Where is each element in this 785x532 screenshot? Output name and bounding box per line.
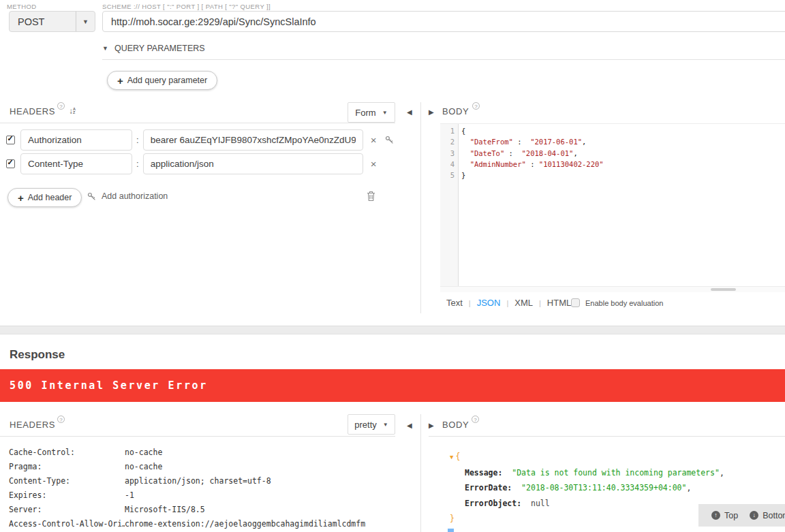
response-header-row: Content-Type:application/json; charset=u…: [9, 473, 395, 488]
close-icon[interactable]: ×: [371, 135, 377, 145]
response-panel-divider: [420, 414, 421, 532]
header-name-input[interactable]: [20, 129, 132, 151]
arrow-down-circle-icon: ↓: [750, 511, 758, 520]
scroll-button-label: Bottom: [763, 511, 785, 520]
request-headers-title: HEADERS: [10, 106, 55, 116]
help-icon[interactable]: ?: [472, 102, 480, 110]
separator: |: [539, 299, 541, 307]
chevron-down-icon: ▼: [382, 110, 388, 116]
response-body-json: ▼{Message: "Data is not found with incom…: [450, 449, 724, 527]
add-authorization-link[interactable]: Add authorization: [87, 191, 168, 201]
status-banner: 500 Internal Server Error: [0, 369, 785, 402]
section-separator: [0, 326, 785, 334]
code-line: "AdminNumber" : "101130402-220": [461, 159, 785, 170]
header-value-input[interactable]: [143, 129, 363, 151]
method-value: POST: [10, 16, 76, 27]
response-header-name: Cache-Control:: [9, 448, 125, 457]
code-line: {: [461, 125, 785, 136]
collapse-toggle-icon[interactable]: ▼: [450, 454, 453, 460]
response-header-row: Pragma:no-cache: [9, 459, 395, 473]
chevron-down-icon: ▼: [82, 18, 89, 25]
collapse-left-panel-icon[interactable]: ◀: [407, 422, 412, 429]
scrollbar-handle[interactable]: [711, 288, 736, 291]
code-line: "DateFrom" : "2017-06-01",: [461, 136, 785, 147]
url-input[interactable]: [102, 11, 785, 32]
add-query-parameter-button[interactable]: + Add query parameter: [107, 71, 217, 90]
content-type-text[interactable]: Text: [446, 298, 463, 308]
json-line: ErrorObject: null: [450, 496, 724, 512]
chevron-down-icon: ▼: [383, 422, 388, 428]
help-icon[interactable]: ?: [57, 416, 65, 423]
header-enabled-checkbox[interactable]: [6, 136, 15, 144]
add-authorization-label: Add authorization: [102, 191, 168, 201]
key-icon[interactable]: [385, 136, 394, 144]
line-number: 5: [440, 170, 455, 181]
header-name-input[interactable]: [20, 153, 132, 174]
line-number: 3: [440, 148, 455, 159]
cut-off-element: [448, 529, 454, 532]
header-colon: :: [136, 135, 139, 145]
caret-down-icon: ▼: [102, 45, 108, 52]
line-number: 4: [440, 159, 455, 170]
line-number: 1: [440, 125, 455, 136]
expand-right-panel-icon[interactable]: ▶: [429, 422, 434, 429]
enable-body-evaluation-label: Enable body evaluation: [585, 299, 663, 307]
response-header-row: Expires:-1: [9, 488, 395, 502]
response-header-value: -1: [125, 490, 134, 500]
response-header-value: application/json; charset=utf-8: [125, 476, 271, 486]
enable-body-evaluation-checkbox[interactable]: [571, 298, 580, 307]
rest-client-screen: METHOD SCHEME :// HOST [ ":" PORT ] [ PA…: [0, 0, 785, 532]
content-type-xml[interactable]: XML: [514, 298, 533, 308]
add-header-button[interactable]: + Add header: [7, 188, 82, 207]
editor-horizontal-scrollbar[interactable]: [440, 286, 785, 292]
arrow-up-circle-icon: ↑: [711, 511, 720, 520]
url-scheme-label: SCHEME :// HOST [ ":" PORT ] [ PATH [ "?…: [102, 3, 271, 10]
plus-icon: +: [117, 76, 123, 86]
response-headers-view-dropdown[interactable]: pretty ▼: [348, 414, 395, 435]
separator: |: [506, 299, 508, 307]
collapse-left-panel-icon[interactable]: ◀: [407, 108, 412, 116]
code-line: }: [461, 170, 785, 181]
help-icon[interactable]: ?: [472, 416, 479, 423]
response-header-value: chrome-extension://aejoelaoggembcahagimd…: [125, 519, 365, 529]
response-body-title: BODY: [442, 420, 469, 430]
query-divider: [102, 59, 785, 60]
method-caret-box[interactable]: ▼: [76, 12, 95, 31]
editor-code[interactable]: { "DateFrom" : "2017-06-01", "DateTo" : …: [459, 124, 785, 287]
json-line: ErrorDate: "2018-08-30T13:11:40.3334359+…: [450, 480, 724, 496]
response-headers-title: HEADERS: [10, 420, 55, 430]
line-number: 2: [440, 136, 455, 147]
content-type-json[interactable]: JSON: [477, 298, 501, 308]
response-header-value: Microsoft-IIS/8.5: [125, 505, 205, 514]
sort-icon[interactable]: ↓ AZ: [69, 106, 76, 116]
query-parameters-title: QUERY PARAMETERS: [114, 44, 205, 53]
trash-icon[interactable]: [367, 191, 375, 204]
response-header-row: Access-Control-Allow-Ori…chrome-extensio…: [9, 516, 395, 531]
close-icon[interactable]: ×: [371, 159, 377, 169]
scroll-bottom-button[interactable]: ↓Bottom: [750, 511, 785, 520]
json-line: Message: "Data is not found with incomin…: [450, 465, 724, 481]
az-glyph: AZ: [73, 108, 76, 114]
status-banner-text: 500 Internal Server Error: [10, 379, 208, 392]
response-headers-divider: [0, 436, 395, 437]
scroll-button-label: Top: [724, 511, 738, 520]
response-header-value: no-cache: [125, 462, 162, 471]
header-enabled-checkbox[interactable]: [6, 159, 15, 168]
header-value-input[interactable]: [143, 153, 363, 174]
response-header-list: Cache-Control:no-cachePragma:no-cacheCon…: [9, 445, 395, 531]
response-header-row: Server:Microsoft-IIS/8.5: [9, 502, 395, 516]
response-header-name: Content-Type:: [9, 476, 125, 486]
code-line: "DateTo" : "2018-04-01",: [461, 148, 785, 159]
scroll-top-button[interactable]: ↑Top: [711, 511, 738, 520]
help-icon[interactable]: ?: [57, 102, 65, 110]
expand-right-panel-icon[interactable]: ▶: [429, 108, 434, 116]
headers-view-dropdown[interactable]: Form ▼: [348, 102, 395, 123]
content-type-html[interactable]: HTML: [547, 298, 571, 308]
query-parameters-toggle[interactable]: ▼ QUERY PARAMETERS: [102, 44, 205, 53]
request-body-title: BODY: [442, 106, 469, 116]
response-header-value: no-cache: [125, 448, 162, 457]
add-header-label: Add header: [28, 193, 72, 202]
response-section-title: Response: [10, 348, 65, 362]
request-body-editor[interactable]: 12345 { "DateFrom" : "2017-06-01", "Date…: [440, 123, 785, 287]
method-select[interactable]: POST ▼: [9, 11, 95, 32]
